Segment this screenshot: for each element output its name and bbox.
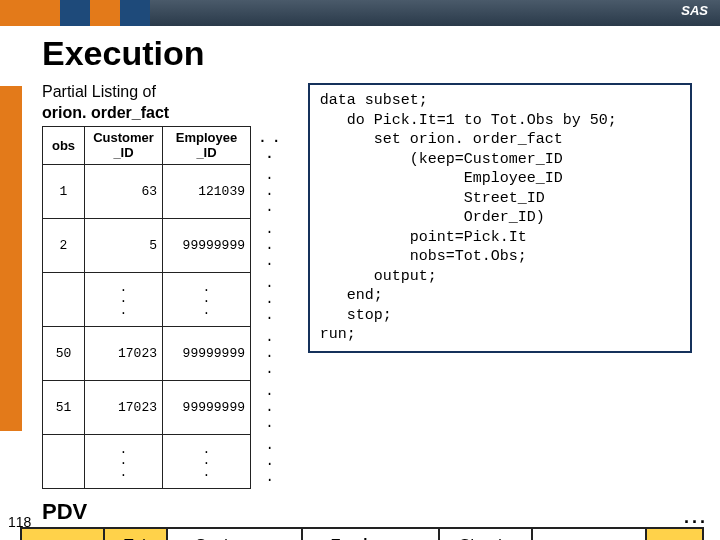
table-row: 501702399999999. . . [43, 326, 292, 380]
top-bar-accent [0, 0, 150, 26]
listing-caption-2: orion. order_fact [42, 104, 292, 122]
col-employee: Employee _ID [163, 126, 251, 164]
table-row: 511702399999999. . . [43, 380, 292, 434]
pdv-table: Pick.It Tot Obs Customer_ ID Employee_ I… [20, 527, 704, 540]
table-row: . . .. . .. . . [43, 434, 292, 488]
table-row: 163121039. . . [43, 164, 292, 218]
page-number: 118 [8, 514, 31, 530]
listing-caption-1: Partial Listing of [42, 83, 292, 101]
col-more: . . . [251, 126, 292, 164]
listing-table: obs Customer _ID Employee _ID . . . 1631… [42, 126, 292, 489]
table-row: . . .. . .. . . [43, 272, 292, 326]
pdv-label: PDV [42, 499, 692, 525]
code-block: data subset; do Pick.It=1 to Tot.Obs by … [308, 83, 692, 353]
more-indicator: ... [684, 507, 708, 528]
brand-logo: SAS [681, 3, 708, 18]
col-customer: Customer _ID [85, 126, 163, 164]
page-title: Execution [42, 34, 692, 73]
top-bar: SAS [0, 0, 720, 26]
table-row: 2599999999. . . [43, 218, 292, 272]
col-obs: obs [43, 126, 85, 164]
